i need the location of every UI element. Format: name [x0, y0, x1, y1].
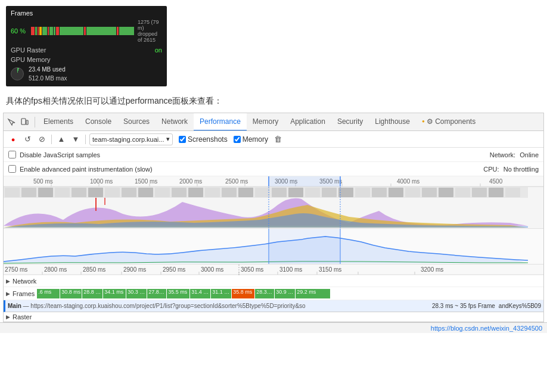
screenshots-checkbox[interactable]: [179, 136, 186, 143]
svg-rect-33: [122, 188, 136, 197]
url-dropdown[interactable]: team-staging.corp.kuai... ▾: [89, 133, 173, 145]
frame-seg-8[interactable]: 31.1 ms: [211, 289, 231, 298]
memory-used: 23.4 MB used: [29, 65, 67, 74]
tab-sources[interactable]: Sources: [117, 113, 156, 131]
toolbar-row: ● ↺ ⊘ ▲ ▼ team-staging.corp.kuai... ▾ Sc…: [4, 131, 543, 148]
tab-lighthouse[interactable]: Lighthouse: [369, 113, 416, 131]
frame-seg-1[interactable]: 30.8 ms: [60, 289, 82, 298]
frame-seg-10[interactable]: 28.3 ms: [255, 289, 274, 298]
tab-security[interactable]: Security: [331, 113, 369, 131]
tab-network[interactable]: Network: [156, 113, 194, 131]
clear-button[interactable]: ⊘: [36, 133, 48, 145]
main-url-row: Main — https://team-staging.corp.kuaisho…: [4, 300, 543, 312]
frame-seg-5[interactable]: 27.8 ms: [147, 289, 166, 298]
upload-button[interactable]: ▲: [55, 133, 67, 145]
main-extra-text: andKeys%5B09: [499, 303, 543, 309]
frame-seg-4[interactable]: 30.3 ms: [126, 289, 147, 298]
device-icon[interactable]: [19, 117, 30, 127]
tab-performance[interactable]: Performance: [194, 113, 247, 131]
frame-seg-3[interactable]: 34.1 ms: [103, 289, 126, 298]
status-url: https://blog.csdn.net/weixin_43294500: [431, 325, 542, 332]
toolbar-divider-2: [85, 135, 86, 144]
gpu-memory-row: GPU Memory 23.4 MB used 512.0 MB max: [11, 56, 162, 83]
trash-icon[interactable]: 🗑: [274, 135, 282, 144]
svg-text:500 ms: 500 ms: [33, 178, 53, 185]
svg-rect-50: [405, 188, 420, 197]
ruler-svg: 500 ms 1000 ms 1500 ms 2000 ms 2500 ms 3…: [4, 176, 543, 187]
svg-rect-48: [372, 188, 387, 197]
fps-panel-title: Frames: [11, 10, 162, 17]
svg-text:4000 ms: 4000 ms: [397, 178, 419, 185]
status-bar: https://blog.csdn.net/weixin_43294500: [0, 322, 547, 333]
reload-button[interactable]: ↺: [21, 133, 33, 145]
download-button[interactable]: ▼: [70, 133, 82, 145]
tab-application[interactable]: Application: [284, 113, 331, 131]
svg-rect-39: [222, 188, 237, 197]
frame-seg-12[interactable]: 29.2 ms: [296, 289, 330, 298]
frames-expand-icon[interactable]: ▶: [4, 291, 10, 297]
raster-expand-icon[interactable]: ▶: [4, 314, 10, 320]
tab-memory[interactable]: Memory: [247, 113, 284, 131]
svg-rect-41: [255, 188, 270, 197]
memory-checkbox[interactable]: [234, 136, 241, 143]
frame-seg-2[interactable]: 28.8 ms: [82, 289, 102, 298]
frame-seg-7[interactable]: 31.4 ms: [190, 289, 210, 298]
chart-area-2: [4, 229, 543, 265]
record-button[interactable]: ●: [7, 133, 19, 145]
cursor-icon[interactable]: [6, 117, 17, 127]
svg-rect-44: [305, 188, 320, 197]
tab-bar: Elements Console Sources Network Perform…: [4, 113, 543, 131]
frames-row-label: Frames: [10, 290, 37, 297]
svg-text:2750 ms: 2750 ms: [5, 266, 27, 273]
frames-segments: .6 ms 30.8 ms 28.8 ms 34.1 ms 30.3 ms 27…: [37, 289, 543, 298]
tab-elements[interactable]: Elements: [38, 113, 79, 131]
chart-area-1: [4, 187, 543, 229]
svg-rect-28: [38, 188, 53, 197]
svg-rect-47: [355, 188, 370, 197]
paint-instrumentation-checkbox[interactable]: [8, 165, 16, 173]
svg-rect-34: [138, 188, 153, 197]
js-samples-checkbox[interactable]: [8, 151, 16, 158]
tab-components[interactable]: ⚙ Components: [416, 113, 481, 131]
svg-rect-53: [455, 188, 470, 197]
memory-checkbox-item[interactable]: Memory: [234, 135, 268, 144]
svg-rect-62: [269, 229, 340, 264]
svg-text:3200 ms: 3200 ms: [421, 266, 443, 273]
gpu-raster-label: GPU Raster: [11, 46, 46, 54]
description-text: 具体的fps相关情况依旧可以通过performance面板来查看：: [0, 91, 547, 113]
svg-rect-37: [188, 188, 203, 197]
dropdown-arrow-icon: ▾: [166, 135, 170, 143]
svg-text:3100 ms: 3100 ms: [279, 266, 302, 273]
svg-text:2000 ms: 2000 ms: [179, 178, 202, 185]
svg-rect-36: [172, 188, 187, 197]
frame-seg-6[interactable]: 35.5 ms: [167, 289, 189, 298]
svg-rect-26: [5, 188, 20, 197]
screenshots-label: Screenshots: [188, 135, 228, 144]
screenshots-checkbox-item[interactable]: Screenshots: [179, 135, 228, 144]
network-expand-icon[interactable]: ▶: [4, 278, 10, 284]
memory-values: 23.4 MB used 512.0 MB max: [29, 65, 67, 83]
main-url-text: Main — https://team-staging.corp.kuaisho…: [5, 303, 432, 309]
tab-icons: [6, 117, 35, 127]
memory-max: 512.0 MB max: [29, 74, 67, 83]
svg-rect-29: [55, 188, 70, 197]
frame-seg-9[interactable]: 35.8 ms: [232, 289, 254, 298]
svg-text:2950 ms: 2950 ms: [163, 266, 185, 273]
svg-rect-1: [26, 120, 28, 125]
frame-seg-11[interactable]: 30.9 ms: [275, 289, 295, 298]
svg-text:3050 ms: 3050 ms: [241, 266, 263, 273]
frames-row: ▶ Frames .6 ms 30.8 ms 28.8 ms 34.1 ms 3…: [4, 287, 543, 300]
svg-text:4500: 4500: [489, 178, 503, 185]
bottom-ruler-svg: 2750 ms 2800 ms 2850 ms 2900 ms 2950 ms …: [4, 265, 543, 275]
svg-rect-42: [272, 188, 287, 197]
frame-seg-0[interactable]: .6 ms: [37, 289, 60, 298]
svg-rect-46: [338, 188, 353, 197]
svg-rect-31: [88, 188, 103, 197]
svg-text:3150 ms: 3150 ms: [319, 266, 341, 273]
raster-row: ▶ Raster: [4, 312, 543, 322]
bottom-ruler: 2750 ms 2800 ms 2850 ms 2900 ms 2950 ms …: [4, 265, 543, 275]
tab-console[interactable]: Console: [79, 113, 117, 131]
fps-bar-container: [31, 27, 134, 35]
fps-panel: Frames 60 % 1275 (79 m) dropped of: [6, 6, 167, 86]
svg-rect-0: [21, 119, 26, 125]
